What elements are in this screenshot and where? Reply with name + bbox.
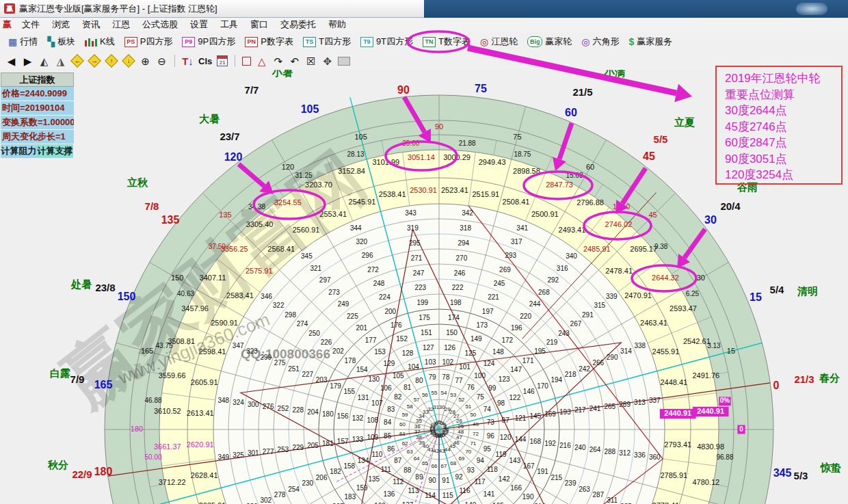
toolbar-button-9P四方形[interactable]: P99P四方形 <box>178 34 239 49</box>
panel-row: 变换系数=1.00000 <box>1 116 74 130</box>
spiral-number: 190 <box>522 493 534 501</box>
menu-item-帮助[interactable]: 帮助 <box>322 18 352 30</box>
spiral-number: 132 <box>352 414 364 422</box>
spiral-number: 85 <box>384 432 392 440</box>
spiral-number: 246 <box>454 269 466 277</box>
menu-item-设置[interactable]: 设置 <box>184 18 214 30</box>
center-icon[interactable]: ✥ <box>321 56 333 66</box>
menu-item-窗口[interactable]: 窗口 <box>244 18 274 30</box>
spiral-number: 171 <box>522 357 534 364</box>
pan-left-icon[interactable]: ← <box>70 54 84 68</box>
spiral-number: 107 <box>371 399 383 407</box>
spiral-number: 153 <box>374 348 386 356</box>
spiral-number: 245 <box>494 280 505 287</box>
spiral-number: 30 <box>439 404 445 410</box>
screen-icon[interactable] <box>338 57 350 66</box>
calendar-icon[interactable]: 21 <box>217 55 228 66</box>
spiral-number: 67 <box>441 463 447 469</box>
spiral-number: 336 <box>634 451 646 459</box>
spiral-number: 143 <box>509 457 521 464</box>
menu-item-工具[interactable]: 工具 <box>214 18 244 30</box>
spiral-number: 151 <box>421 329 432 336</box>
zoom-in-icon[interactable]: ⊕ <box>140 56 151 66</box>
spiral-number: 250 <box>308 330 320 337</box>
toolbar-label: K线 <box>100 36 115 48</box>
axis-scale-icon[interactable]: T↓ <box>182 56 194 66</box>
spiral-number: 271 <box>411 254 423 262</box>
price-outer-label: 3661.37 <box>154 442 181 451</box>
toolbar-button-P四方形[interactable]: PSP四方形 <box>120 34 177 49</box>
spiral-number: 125 <box>465 349 477 357</box>
menu-item-资讯[interactable]: 资讯 <box>76 18 106 30</box>
pan-right-icon[interactable]: → <box>88 54 101 68</box>
square-tool-icon[interactable] <box>242 57 251 66</box>
price-outer-label: 3000.29 <box>443 153 471 161</box>
spiral-number: 264 <box>589 446 601 453</box>
peak-prev-icon[interactable]: ◭ <box>38 56 50 66</box>
solar-term-label: 清明 <box>797 285 818 297</box>
spiral-number: 31 <box>433 404 439 410</box>
spiral-number: 230 <box>302 479 313 487</box>
toolbar-button-T四方形[interactable]: TST四方形 <box>299 34 355 49</box>
toolbar-button-9T四方形[interactable]: T99T四方形 <box>356 34 417 49</box>
forward-icon[interactable]: ▶ <box>22 56 34 66</box>
toolbar-button-T数字表[interactable]: TNT数字表 <box>419 34 475 49</box>
menu-item-江恩[interactable]: 江恩 <box>106 18 136 30</box>
spiral-number: 268 <box>538 289 550 296</box>
toolbar-button-P数字表[interactable]: PNP数字表 <box>241 34 297 49</box>
cls-button[interactable]: Cls <box>198 57 212 66</box>
zoom-out-icon[interactable]: ⊖ <box>156 56 168 66</box>
spiral-number: 345 <box>301 252 313 260</box>
spiral-number: 154 <box>356 366 368 373</box>
spiral-number: 100 <box>474 372 486 380</box>
spiral-number: 127 <box>423 344 434 352</box>
price-outer-label: 3559.66 <box>159 371 186 380</box>
spiral-number: 293 <box>505 252 517 259</box>
spiral-number: 51 <box>465 403 471 410</box>
rotate-ccw-icon[interactable]: ↶ <box>289 56 300 66</box>
degree-label: 180 <box>131 425 143 433</box>
spiral-number: 267 <box>570 320 582 328</box>
triangle-tool-icon[interactable]: △ <box>256 56 267 66</box>
spiral-number: 347 <box>233 342 244 349</box>
spiral-number: 110 <box>371 451 382 458</box>
spiral-number: 63 <box>407 449 413 455</box>
percent-label: 40.63 <box>177 290 194 297</box>
button-计算阻力[interactable]: 计算阻力 <box>1 144 37 158</box>
toolbar-button-赢家服务[interactable]: $赢家服务 <box>624 34 676 49</box>
toolbar-label: 板块 <box>57 36 75 48</box>
spiral-number: 167 <box>523 462 535 470</box>
spiral-number: 319 <box>407 224 419 232</box>
rotate-cw-icon[interactable]: ↷ <box>272 56 284 66</box>
menu-item-文件[interactable]: 文件 <box>16 18 46 30</box>
menu-item-公式选股[interactable]: 公式选股 <box>136 18 184 30</box>
spiral-number: 73 <box>487 419 495 426</box>
toolbar-button-六角形[interactable]: ◎六角形 <box>577 34 623 49</box>
spiral-number: 64 <box>414 455 420 462</box>
percent-label: 18.75 <box>514 150 531 158</box>
toolbar-button-行情[interactable]: ▦行情 <box>4 34 42 49</box>
menu-item-交易委托[interactable]: 交易委托 <box>274 18 322 30</box>
button-计算支撑[interactable]: 计算支撑 <box>37 144 73 158</box>
spiral-number: 348 <box>217 397 229 404</box>
pan-up-icon[interactable]: ↑ <box>105 54 118 68</box>
outer-degree-label: 345 <box>773 467 792 479</box>
spiral-number: 323 <box>246 347 258 355</box>
spiral-number: 178 <box>345 357 356 364</box>
toolbar-button-赢家轮[interactable]: Big赢家轮 <box>523 34 576 49</box>
menu-item-浏览[interactable]: 浏览 <box>46 18 76 30</box>
delete-box-icon[interactable]: ☒ <box>305 56 317 66</box>
toolbar-button-板块[interactable]: ▚板块 <box>43 34 79 49</box>
peak-next-icon[interactable]: ◮ <box>55 56 66 66</box>
price-inner-label: 2545.91 <box>349 198 376 206</box>
toolbar-button-K线[interactable]: K线 <box>81 34 119 49</box>
index-info-panel: 上证指数 价格=2440.9099时间=20190104变换系数=1.00000… <box>1 72 74 158</box>
spiral-number: 226 <box>321 339 332 346</box>
back-icon[interactable]: ◀ <box>5 56 17 66</box>
gann-wheel-area[interactable]: 赢家财富网www.yingjia360.comQQ:10080036612345… <box>0 70 848 504</box>
outer-date-label: 23/7 <box>220 131 239 142</box>
spiral-number: 349 <box>217 453 229 461</box>
spiral-number: 266 <box>592 359 604 367</box>
pan-down-icon[interactable]: ↓ <box>122 54 135 68</box>
toolbar-button-江恩轮[interactable]: ◎江恩轮 <box>476 34 522 49</box>
